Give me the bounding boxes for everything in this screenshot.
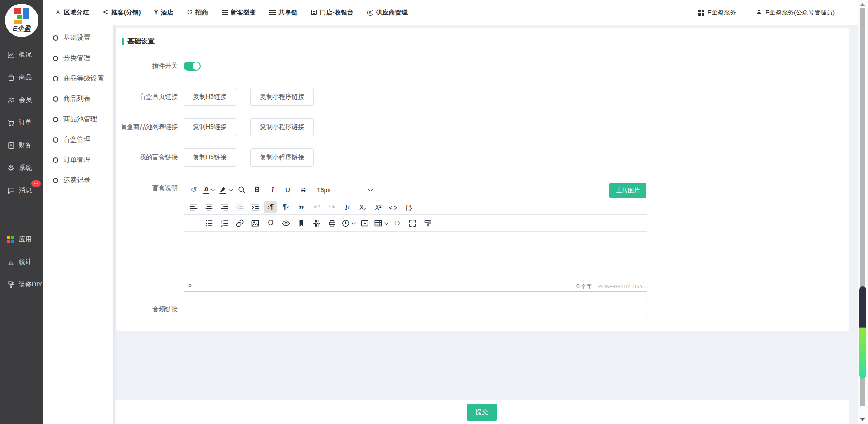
editor-content-area[interactable] [184,232,647,281]
strikethrough-icon[interactable]: S [297,184,309,196]
sidebar-item-finance[interactable]: ¥ 财务 [0,134,43,157]
sidebar-item-goods[interactable]: 商品 [0,66,43,89]
sidebar-item-system[interactable]: ⚙ 系统 [0,157,43,179]
editor-statusbar: P 0 个字 POWERED BY TINY [184,281,647,291]
print-icon[interactable] [326,217,338,229]
cart-icon [6,119,16,127]
nav-share-chain[interactable]: 共享链 [269,9,297,17]
align-left-icon[interactable] [188,201,200,213]
italic-icon[interactable]: I [266,184,278,196]
underline-icon[interactable]: U [282,184,294,196]
ltr-icon[interactable]: ›¶ [264,201,277,213]
apps-grid-icon [6,236,16,243]
media-icon[interactable] [359,217,371,229]
restore-draft-icon[interactable]: ↺ [188,184,200,196]
indent-icon[interactable] [249,201,261,213]
clear-formatting-icon[interactable]: Ix [341,201,354,213]
copy-miniprogram-link-button[interactable]: 复制小程序链接 [250,88,314,106]
nav-fission[interactable]: 新客裂变 [222,9,256,17]
service-menu[interactable]: E企盈服务 [698,9,736,17]
submenu-item-basic-settings[interactable]: 基础设置 [43,28,113,48]
nav-store-cashier[interactable]: 门店-收银台 [311,9,354,17]
submenu-item-goods-list[interactable]: 商品列表 [43,89,113,109]
align-center-icon[interactable] [203,201,215,213]
subscript-icon[interactable]: X₂ [357,201,369,213]
preview-eye-icon[interactable] [280,217,292,229]
page-break-icon[interactable] [311,217,323,229]
outdent-icon[interactable] [234,201,246,213]
submit-button[interactable]: 提交 [467,404,497,421]
copy-miniprogram-link-button[interactable]: 复制小程序链接 [250,148,314,167]
sidebar-item-orders[interactable]: 订单 [0,111,43,134]
copy-h5-link-button[interactable]: 复制H5链接 [184,88,236,106]
nav-distribution[interactable]: 推客(分销) [103,9,141,17]
yen-icon: ¥ [154,9,158,16]
sidebar-item-overview[interactable]: 概况 [0,43,43,66]
submenu-item-blindbox-mgmt[interactable]: 盲盒管理 [43,129,113,150]
settings-submenu: 基础设置 分类管理 商品等级设置 商品列表 商品池管理 盲盒管理 订单管理 运费… [43,25,113,424]
list-bars-icon [269,10,276,15]
fullscreen-icon[interactable] [406,217,419,229]
special-char-icon[interactable]: Ω [264,217,277,229]
submenu-item-goods-pool[interactable]: 商品池管理 [43,109,113,129]
plugin-switch-toggle[interactable] [184,62,201,71]
emoticons-icon[interactable]: ☺ [391,217,403,229]
nav-recruit[interactable]: 招商 [187,9,208,17]
sidebar-item-label: 会员 [19,96,32,104]
rtl-icon[interactable]: ¶‹ [280,201,292,213]
chat-bubble-icon [6,186,16,195]
nav-hotel[interactable]: ¥ 酒店 [154,9,173,17]
copy-h5-link-button[interactable]: 复制H5链接 [184,118,236,136]
scrollbar-thumb[interactable] [859,286,866,379]
copy-miniprogram-link-button[interactable]: 复制小程序链接 [250,118,314,136]
radio-circle-icon [53,35,58,41]
pool-list-link-label: 盲盒商品池列表链接 [116,123,184,131]
sidebar-item-stats[interactable]: 统计 [0,251,43,273]
table-icon[interactable] [374,217,388,229]
format-painter-icon[interactable] [422,217,434,229]
powered-by-tiny[interactable]: POWERED BY TINY [598,284,643,289]
sidebar-item-label: 概况 [19,51,32,59]
code-icon[interactable]: <> [387,201,400,213]
radio-circle-icon [53,56,58,61]
bold-icon[interactable]: B [251,184,263,196]
sidebar-item-members[interactable]: 会员 [0,89,43,111]
radio-circle-icon [53,76,58,81]
nav-supplier[interactable]: S 供应商管理 [367,9,408,17]
undo-icon[interactable]: ↶ [311,201,323,213]
scroll-up-arrow-icon[interactable] [860,3,865,6]
goods-icon [6,73,16,82]
sidebar-item-messages[interactable]: 消息 ... [0,179,43,202]
copy-h5-link-button[interactable]: 复制H5链接 [184,148,236,167]
submenu-item-goods-level[interactable]: 商品等级设置 [43,68,113,89]
superscript-icon[interactable]: X² [372,201,384,213]
image-icon[interactable] [249,217,261,229]
search-icon[interactable] [236,184,248,196]
nav-region-bonus[interactable]: 区域分红 [55,9,89,17]
upload-image-button[interactable]: 上传图片 [609,183,646,198]
main-content: 基础设置 插件开关 盲盒首页链接 复制H5链接 复制小程序链接 盲盒商品池列表链… [113,25,858,424]
sidebar-item-diy[interactable]: 装修DIY [0,273,43,296]
highlight-color-icon[interactable] [218,184,232,196]
text-color-icon[interactable]: A [203,184,215,196]
link-icon[interactable] [234,217,246,229]
datetime-icon[interactable] [341,217,355,229]
audio-link-input[interactable] [184,301,647,318]
code-sample-icon[interactable]: {;} [403,201,415,213]
redo-icon[interactable]: ↷ [326,201,338,213]
sidebar-item-apps[interactable]: 应用 [0,228,43,251]
font-size-select[interactable]: 16px [317,186,372,194]
anchor-icon[interactable] [295,217,307,229]
numbered-list-icon[interactable] [218,217,231,229]
scroll-down-arrow-icon[interactable] [860,418,865,421]
sidebar-item-label: 财务 [19,141,32,149]
submenu-item-order-mgmt[interactable]: 订单管理 [43,150,113,170]
horizontal-rule-icon[interactable]: — [188,217,200,229]
align-right-icon[interactable] [218,201,231,213]
submenu-item-category[interactable]: 分类管理 [43,48,113,68]
submenu-item-freight-record[interactable]: 运费记录 [43,170,113,191]
account-menu[interactable]: E企盈服务(公众号管理员) [756,9,835,17]
chevron-down-icon [229,187,233,191]
bullet-list-icon[interactable] [203,217,215,229]
blockquote-icon[interactable]: ” [295,201,307,213]
